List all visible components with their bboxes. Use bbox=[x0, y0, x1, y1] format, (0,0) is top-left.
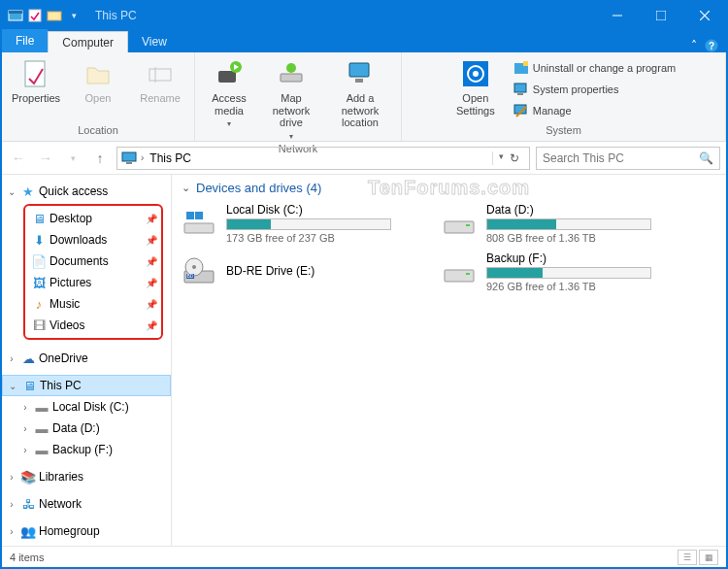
tab-view[interactable]: View bbox=[128, 31, 181, 52]
chevron-right-icon[interactable]: › bbox=[19, 445, 31, 455]
qa-videos[interactable]: 🎞Videos📌 bbox=[25, 315, 161, 336]
search-input[interactable]: Search This PC 🔍 bbox=[536, 147, 720, 170]
qat-properties-icon[interactable] bbox=[27, 8, 43, 23]
downloads-icon: ⬇ bbox=[31, 232, 47, 248]
settings-icon bbox=[460, 58, 491, 89]
chevron-right-icon[interactable]: › bbox=[6, 472, 17, 483]
rename-icon bbox=[145, 58, 176, 89]
qa-music[interactable]: ♪Music📌 bbox=[25, 293, 161, 315]
chevron-down-icon[interactable]: ⌄ bbox=[7, 381, 18, 391]
pin-icon: 📌 bbox=[146, 299, 157, 310]
chevron-right-icon[interactable]: › bbox=[6, 526, 17, 537]
homegroup-icon: 👥 bbox=[20, 523, 36, 539]
open-folder-icon bbox=[83, 58, 114, 89]
qat-newfolder-icon[interactable] bbox=[47, 8, 62, 23]
recent-dropdown[interactable]: ▾ bbox=[62, 148, 83, 169]
svg-rect-30 bbox=[186, 212, 194, 219]
sidebar-quick-access[interactable]: ⌄ ★ Quick access bbox=[2, 181, 171, 202]
maximize-button[interactable] bbox=[639, 2, 682, 29]
chevron-right-icon[interactable]: › bbox=[141, 152, 144, 163]
manage-button[interactable]: Manage bbox=[510, 101, 679, 120]
qat-dropdown-icon[interactable]: ▾ bbox=[66, 8, 82, 23]
sidebar-libraries[interactable]: ›📚Libraries bbox=[2, 466, 171, 487]
view-details-button[interactable]: ☰ bbox=[678, 550, 697, 565]
qa-pictures[interactable]: 🖼Pictures📌 bbox=[25, 272, 161, 293]
svg-rect-31 bbox=[195, 212, 203, 219]
drive-item[interactable]: Local Disk (C:)173 GB free of 237 GB bbox=[182, 203, 424, 244]
tab-file[interactable]: File bbox=[2, 29, 48, 52]
open-settings-button[interactable]: Open Settings bbox=[447, 56, 504, 124]
ribbon-collapse-icon[interactable]: ˄ bbox=[691, 39, 697, 52]
drive-name: BD-RE Drive (E:) bbox=[226, 264, 424, 278]
network-icon: 🖧 bbox=[20, 496, 36, 512]
minimize-button[interactable] bbox=[595, 2, 639, 29]
sidebar-local-disk-c[interactable]: ›▬Local Disk (C:) bbox=[2, 396, 171, 418]
pin-icon: 📌 bbox=[146, 235, 157, 246]
drive-icon: BD bbox=[182, 257, 216, 286]
chevron-right-icon[interactable]: › bbox=[6, 499, 17, 510]
network-location-icon bbox=[345, 58, 376, 89]
svg-rect-28 bbox=[126, 162, 132, 164]
uninstall-button[interactable]: Uninstall or change a program bbox=[510, 58, 679, 78]
properties-button[interactable]: Properties bbox=[8, 56, 64, 124]
sidebar-backup-f[interactable]: ›▬Backup (F:) bbox=[2, 439, 171, 460]
drive-name: Data (D:) bbox=[486, 203, 684, 217]
videos-icon: 🎞 bbox=[31, 318, 47, 333]
svg-rect-3 bbox=[48, 12, 61, 20]
drive-name: Backup (F:) bbox=[486, 251, 684, 265]
svg-rect-24 bbox=[514, 84, 526, 92]
address-dropdown-icon[interactable]: ▾ bbox=[499, 151, 504, 165]
drive-item[interactable]: Backup (F:)926 GB free of 1.36 TB bbox=[442, 251, 684, 292]
chevron-right-icon[interactable]: › bbox=[19, 402, 31, 413]
drive-item[interactable]: BDBD-RE Drive (E:) bbox=[182, 251, 424, 292]
rename-button[interactable]: Rename bbox=[132, 56, 188, 124]
view-large-icons-button[interactable]: ▦ bbox=[699, 550, 718, 565]
free-space-label: 926 GB free of 1.36 TB bbox=[486, 281, 684, 292]
access-media-button[interactable]: Access media ▾ bbox=[201, 56, 257, 143]
navigation-pane: ⌄ ★ Quick access 🖥Desktop📌 ⬇Downloads📌 📄… bbox=[2, 175, 172, 546]
back-button[interactable]: ← bbox=[8, 148, 29, 169]
drive-icon bbox=[182, 209, 216, 238]
section-devices-drives[interactable]: ⌄ Devices and drives (4) bbox=[182, 181, 716, 195]
drive-icon: ▬ bbox=[34, 399, 50, 415]
content-pane: TenForums.com ⌄ Devices and drives (4) L… bbox=[172, 175, 726, 546]
ribbon-group-system: Open Settings Uninstall or change a prog… bbox=[402, 52, 726, 141]
ribbon-group-location: Properties Open Rename Location bbox=[2, 52, 195, 141]
up-button[interactable]: ↑ bbox=[89, 148, 111, 169]
uninstall-icon bbox=[513, 60, 529, 76]
svg-rect-29 bbox=[184, 223, 214, 233]
sidebar-onedrive[interactable]: ›☁OneDrive bbox=[2, 348, 171, 369]
address-bar[interactable]: › This PC ▾ ↻ bbox=[116, 147, 530, 170]
chevron-right-icon[interactable]: › bbox=[19, 423, 31, 434]
forward-button[interactable]: → bbox=[35, 148, 56, 169]
star-icon: ★ bbox=[20, 184, 36, 199]
chevron-down-icon[interactable]: ⌄ bbox=[182, 182, 190, 194]
help-icon[interactable]: ? bbox=[705, 39, 718, 52]
system-properties-button[interactable]: System properties bbox=[510, 80, 679, 99]
pictures-icon: 🖼 bbox=[31, 275, 47, 290]
breadcrumb-this-pc[interactable]: This PC bbox=[148, 151, 193, 165]
sidebar-this-pc[interactable]: ⌄🖥This PC bbox=[2, 375, 171, 396]
qa-documents[interactable]: 📄Documents📌 bbox=[25, 251, 161, 272]
chevron-down-icon[interactable]: ⌄ bbox=[6, 186, 17, 197]
sidebar-network[interactable]: ›🖧Network bbox=[2, 493, 171, 515]
open-button[interactable]: Open bbox=[70, 56, 126, 124]
qa-downloads[interactable]: ⬇Downloads📌 bbox=[25, 229, 161, 251]
svg-text:?: ? bbox=[709, 41, 714, 51]
capacity-bar bbox=[486, 218, 651, 230]
drive-icon bbox=[442, 209, 477, 238]
chevron-right-icon[interactable]: › bbox=[6, 353, 17, 364]
map-drive-button[interactable]: Map network drive ▾ bbox=[263, 56, 319, 143]
drives-grid: Local Disk (C:)173 GB free of 237 GBData… bbox=[182, 203, 716, 292]
sidebar-data-d[interactable]: ›▬Data (D:) bbox=[2, 418, 171, 439]
add-location-button[interactable]: Add a network location bbox=[325, 56, 395, 143]
refresh-icon[interactable]: ↻ bbox=[510, 151, 519, 165]
qa-desktop[interactable]: 🖥Desktop📌 bbox=[25, 208, 161, 229]
svg-rect-33 bbox=[466, 224, 470, 226]
drive-item[interactable]: Data (D:)808 GB free of 1.36 TB bbox=[442, 203, 684, 244]
svg-rect-32 bbox=[445, 221, 474, 233]
close-button[interactable] bbox=[682, 2, 726, 29]
tab-computer[interactable]: Computer bbox=[48, 31, 128, 52]
sidebar-homegroup[interactable]: ›👥Homegroup bbox=[2, 520, 171, 542]
status-item-count: 4 items bbox=[10, 552, 44, 563]
